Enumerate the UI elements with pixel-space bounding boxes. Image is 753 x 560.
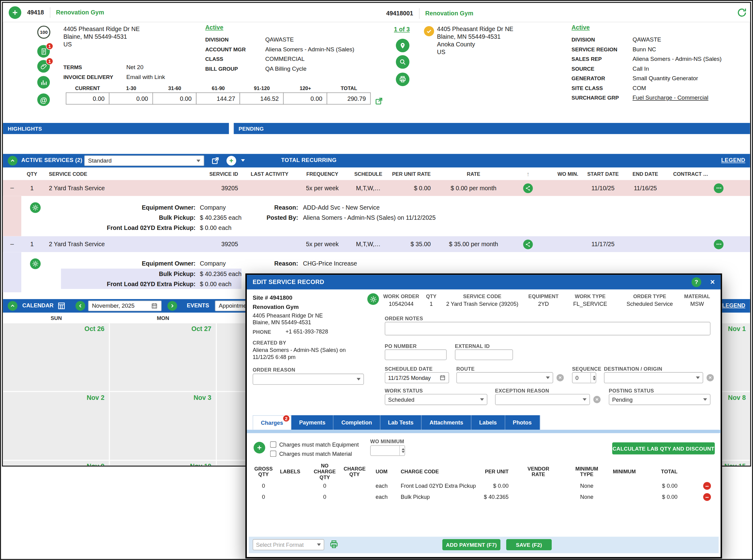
route-select[interactable] — [456, 372, 553, 383]
scheduled-date-input[interactable]: 11/17/25 Monday — [385, 372, 449, 383]
calendar-day-cell[interactable]: Oct 26 — [3, 323, 109, 391]
site-pager-link[interactable]: 1 of 3 — [394, 26, 410, 33]
aging-header: 61-90 — [197, 85, 240, 93]
gear-icon[interactable] — [30, 202, 41, 213]
modal-title-bar[interactable]: EDIT SERVICE RECORD — [247, 275, 721, 289]
exception-reason-select[interactable] — [495, 394, 590, 405]
remove-charge-icon[interactable]: − — [699, 481, 715, 492]
print-icon[interactable] — [329, 540, 339, 552]
add-service-menu-icon[interactable] — [241, 159, 245, 162]
add-charge-icon[interactable] — [253, 442, 265, 454]
order-notes-input[interactable] — [385, 322, 711, 335]
site-field-label: SURCHARGE GRP — [572, 95, 629, 101]
share-icon[interactable] — [513, 183, 543, 193]
calendar-day-cell[interactable]: Nov 10 — [110, 461, 216, 466]
tab-charges[interactable]: Charges2 — [253, 415, 291, 430]
tab-labels[interactable]: Labels — [471, 415, 505, 430]
service-row[interactable]: − 1 2 Yard Trash Service 39205 5x per we… — [3, 180, 750, 196]
email-icon[interactable]: @ — [37, 94, 50, 106]
aging-header: CURRENT — [66, 85, 109, 93]
work-status-select[interactable]: Scheduled — [385, 394, 487, 405]
print-icon[interactable] — [396, 73, 409, 86]
stepper-arrows[interactable] — [399, 446, 405, 455]
created-by-value: Aliena Somers - Admin-NS (Sales) on 11/1… — [253, 346, 352, 361]
tab-completion[interactable]: Completion — [333, 415, 380, 430]
row-frequency: 5x per week — [298, 241, 346, 247]
calendar-title: CALENDAR — [22, 302, 54, 308]
match-equipment-checkbox[interactable]: Charges must match Equipment — [270, 440, 359, 449]
route-label: ROUTE — [456, 366, 474, 372]
invoice-icon[interactable]: 1 — [37, 45, 50, 58]
calculate-lab-qty-button[interactable]: CALCULATE LAB QTY AND DISCOUNT — [612, 442, 715, 454]
charge-row[interactable]: 0 0 each Bulk Pickup $ 40.2365 None $ 0.… — [253, 492, 715, 502]
add-account-icon[interactable] — [8, 6, 21, 19]
external-id-input[interactable] — [455, 349, 513, 360]
tab-lab-tests[interactable]: Lab Tests — [380, 415, 422, 430]
account-status-link[interactable]: Active — [205, 24, 223, 31]
stepper-arrows[interactable] — [590, 373, 596, 383]
sort-icon[interactable]: ↑ — [513, 170, 543, 177]
open-in-window-icon[interactable] — [211, 157, 220, 167]
collapse-calendar-icon[interactable] — [8, 301, 17, 311]
share-icon[interactable] — [513, 239, 543, 249]
refresh-icon[interactable] — [737, 7, 748, 20]
sequence-stepper[interactable]: 0 — [572, 372, 596, 383]
calendar-view-icon[interactable] — [57, 301, 66, 312]
view-select[interactable]: Standard — [84, 155, 204, 166]
match-material-box[interactable] — [270, 451, 276, 457]
account-name-link[interactable]: Renovation Gym — [56, 9, 104, 16]
clear-destination-icon[interactable]: × — [707, 374, 714, 381]
help-icon[interactable]: ? — [692, 277, 701, 287]
match-equipment-box[interactable] — [270, 441, 276, 447]
health-score-badge[interactable]: 100 — [37, 25, 50, 39]
chart-icon[interactable] — [37, 76, 50, 88]
collapse-row-icon[interactable]: − — [3, 240, 21, 248]
calendar-legend-link[interactable]: LEGEND — [722, 302, 745, 308]
match-material-checkbox[interactable]: Charges must match Material — [270, 449, 359, 458]
calendar-day-cell[interactable]: Nov 9 — [3, 461, 109, 466]
site-field-label: SOURCE — [572, 66, 629, 72]
collapse-row-icon[interactable]: − — [3, 184, 21, 192]
map-pin-icon[interactable] — [396, 39, 409, 52]
destination-select[interactable] — [604, 372, 703, 383]
site-name-link[interactable]: Renovation Gym — [425, 10, 473, 17]
tab-attachments[interactable]: Attachments — [422, 415, 471, 430]
order-reason-select[interactable] — [253, 374, 364, 385]
calendar-day-cell[interactable]: Nov 3 — [110, 392, 216, 460]
close-icon[interactable]: × — [710, 278, 715, 286]
edit-service-record-modal: EDIT SERVICE RECORD ? × Site # 4941800 R… — [245, 274, 722, 558]
col-charge-code: CHARGE CODE — [398, 468, 479, 474]
print-format-select[interactable]: Select Print Format — [253, 539, 324, 550]
surcharge-group-link[interactable]: Fuel Surcharge - Commercial — [632, 94, 708, 101]
next-month-icon[interactable] — [167, 301, 177, 311]
po-number-input[interactable] — [385, 349, 447, 360]
month-picker[interactable]: November, 2025 — [88, 301, 162, 311]
gear-icon[interactable] — [30, 259, 41, 269]
collapse-section-icon[interactable] — [8, 156, 17, 165]
add-service-icon[interactable] — [226, 156, 236, 165]
calendar-day-cell[interactable]: Oct 27 — [110, 323, 216, 391]
more-actions-icon[interactable] — [666, 183, 750, 193]
add-payment-button[interactable]: ADD PAYMENT (F7) — [442, 539, 500, 550]
calendar-day-cell[interactable]: Nov 2 — [3, 392, 109, 460]
service-row[interactable]: − 1 2 Yard Trash Service 39205 5x per we… — [3, 236, 750, 252]
prev-month-icon[interactable] — [76, 301, 85, 311]
services-legend-link[interactable]: LEGEND — [721, 157, 745, 163]
posting-status-select[interactable]: Pending — [609, 394, 711, 405]
gear-icon[interactable] — [367, 293, 379, 305]
site-field-label: SERVICE REGION — [572, 46, 629, 52]
attachment-icon[interactable]: 1 — [37, 60, 50, 73]
charge-row[interactable]: 0 0 each Front Load 02YD Extra Pickup $ … — [253, 481, 715, 492]
save-button[interactable]: SAVE (F2) — [506, 539, 552, 550]
tab-payments[interactable]: Payments — [291, 415, 334, 430]
remove-charge-icon[interactable]: − — [699, 492, 715, 502]
more-actions-icon[interactable] — [666, 239, 750, 249]
site-status-link[interactable]: Active — [572, 24, 590, 31]
web-search-icon[interactable] — [396, 55, 409, 69]
clear-route-icon[interactable]: × — [556, 374, 564, 381]
clear-exception-icon[interactable]: × — [593, 396, 601, 403]
modal-site-name: Renovation Gym — [253, 303, 299, 310]
tab-photos[interactable]: Photos — [505, 415, 540, 430]
wo-minimum-stepper[interactable] — [370, 445, 405, 456]
open-aging-icon[interactable] — [375, 97, 383, 107]
